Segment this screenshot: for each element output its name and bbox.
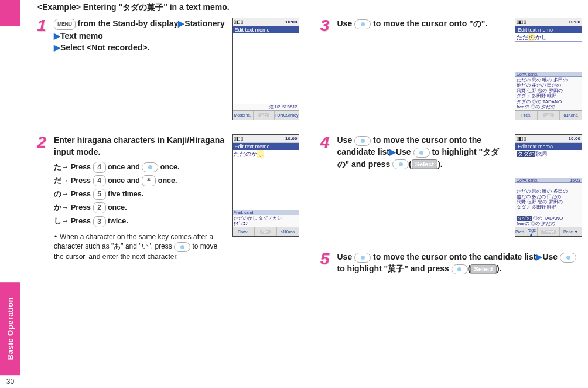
phone4-softkey: Select bbox=[538, 227, 560, 236]
step3-t2: to move the cursor onto "の". bbox=[371, 19, 487, 28]
triangle-icon: ▶ bbox=[389, 147, 396, 156]
step5-t4: to highlight "菓子" and press bbox=[337, 264, 452, 273]
dpad-key-icon bbox=[413, 148, 430, 158]
dpad-key-icon bbox=[354, 19, 371, 29]
phone3-softkey: a1Kana bbox=[560, 111, 582, 120]
step1-line1: from the Stand-by display bbox=[76, 19, 179, 28]
number-key: 4 bbox=[93, 162, 106, 173]
step2-row: だ→ Press 4 once and ＊ once. bbox=[54, 175, 226, 186]
phone3-title: Edit text memo bbox=[515, 26, 582, 33]
row-t2: once. bbox=[106, 203, 127, 212]
phone3-in-hl: の bbox=[528, 33, 535, 41]
left-rail: Basic Operation 30 bbox=[0, 0, 21, 388]
phone2-input-cursor: し bbox=[257, 150, 264, 158]
step2-row: た→ Press 4 once and once. bbox=[54, 162, 226, 173]
example-heading: <Example> Entering "タダの菓子" in a text mem… bbox=[37, 2, 582, 13]
phone-mock-3: ▯◧▯10:00 Edit text memo ただのかし Conv. cand… bbox=[515, 18, 582, 120]
step-number: 4 bbox=[319, 134, 331, 237]
step5-t2: to move the cursor onto the candidate li… bbox=[371, 252, 536, 261]
phone1-softkey: Set bbox=[254, 111, 275, 120]
phone4-conv-count: 15/23 bbox=[570, 178, 580, 182]
number-key: 3 bbox=[93, 216, 106, 227]
dpad-key-icon bbox=[174, 242, 190, 252]
row-t1: Press bbox=[71, 203, 93, 212]
phone2-input: ただのか bbox=[234, 151, 257, 157]
step2-row: し→ Press 3 twice. bbox=[54, 216, 226, 227]
number-key: 4 bbox=[93, 175, 106, 186]
step-number: 5 bbox=[319, 251, 331, 275]
step5-t1: Use bbox=[337, 252, 355, 261]
row-jp: だ→ bbox=[54, 176, 69, 185]
step4-t1: Use bbox=[337, 135, 355, 145]
row-jp: た→ bbox=[54, 163, 69, 171]
phone1-softkey: ModePic. bbox=[233, 111, 254, 120]
phone2-softkey: Set bbox=[255, 227, 277, 236]
phone4-conv-pre: ただの 只の 唯の 多田の 他だの 多だの 田だの 只野 但野 忠の 夛田の タ… bbox=[517, 189, 568, 210]
phone1-softkey: FUNCSmiley bbox=[275, 111, 298, 120]
step-5: 5 Use to move the cursor onto the candid… bbox=[319, 251, 583, 275]
phone3-in-pre: ただ bbox=[517, 34, 528, 40]
phone2-softkey: Conv. bbox=[233, 227, 255, 236]
step5-t3: Use bbox=[542, 252, 560, 261]
dpad-key-icon bbox=[354, 136, 371, 146]
select-softkey: Select bbox=[412, 159, 437, 169]
phone3-conv-title: Conv. cand. bbox=[515, 72, 582, 77]
step4-t6: ). bbox=[437, 159, 443, 169]
step-number: 2 bbox=[35, 134, 48, 262]
row-t1: Press bbox=[71, 217, 93, 225]
triangle-icon: ▶ bbox=[54, 43, 60, 52]
triangle-icon: ▶ bbox=[178, 19, 184, 28]
step-4: 4 Use to move the cursor onto the candid… bbox=[319, 134, 583, 237]
phone1-counter: 512/512 bbox=[282, 105, 297, 109]
phone4-time: 10:00 bbox=[569, 136, 580, 141]
step-number: 3 bbox=[319, 18, 331, 120]
step2-title: Enter hiragana characters in Kanji/Hirag… bbox=[54, 134, 226, 158]
phone3-softkey: Pred. bbox=[515, 111, 538, 120]
phone4-softkey: Pred.Page ▲ bbox=[515, 227, 538, 236]
row-t1: Press bbox=[71, 176, 93, 185]
center-key-icon bbox=[452, 264, 468, 274]
column-divider bbox=[309, 18, 309, 384]
section-tab: Basic Operation bbox=[0, 282, 20, 375]
row-jp: し→ bbox=[54, 217, 69, 225]
phone2-softkey: a1Kana bbox=[277, 227, 299, 236]
row-t2: once and bbox=[106, 163, 142, 171]
rail-pink-block bbox=[0, 0, 20, 26]
menu-key: MENU bbox=[54, 19, 76, 30]
phone4-conv-title: Conv. cand. bbox=[517, 178, 538, 182]
phone3-conv: ただの 只の 唯の 多田の 他だの 多だの 田だの 只野 但野 忠の 夛田の タ… bbox=[515, 77, 582, 110]
step-2: 2 Enter hiragana characters in Kanji/Hir… bbox=[35, 134, 299, 262]
step3-t1: Use bbox=[337, 19, 355, 28]
center-key-icon bbox=[392, 159, 409, 169]
row-t3: once. bbox=[156, 176, 177, 185]
step4-t3: Use bbox=[396, 147, 413, 156]
row-jp: の→ bbox=[54, 190, 69, 198]
phone-mock-4: ▯◧▯10:00 Edit text memo タダの歌詞 Conv. cand… bbox=[515, 134, 582, 237]
row-t1: Press bbox=[71, 163, 93, 171]
row-t2: once and bbox=[106, 176, 142, 185]
phone-mock-1: ▯◧▯10:00 Edit text memo 漢 1/2 512/512 Mo… bbox=[232, 18, 299, 120]
phone1-title: Edit text memo bbox=[233, 26, 299, 33]
triangle-icon: ▶ bbox=[536, 252, 542, 261]
phone3-time: 10:00 bbox=[569, 19, 580, 25]
step2-row: の→ Press 5 five times. bbox=[54, 189, 226, 200]
left-column: 1 MENU from the Stand-by display▶Station… bbox=[35, 18, 299, 384]
step-3: 3 Use to move the cursor onto "の". ▯◧▯10… bbox=[319, 18, 583, 120]
phone1-input-mode: 漢 1/2 bbox=[269, 105, 281, 109]
step2-row: か→ Press 2 once. bbox=[54, 202, 226, 213]
step1-line4: Select <Not recorded>. bbox=[60, 43, 150, 52]
phone4-in-post: 歌詞 bbox=[535, 151, 547, 157]
bullet-icon: • bbox=[54, 232, 57, 242]
row-jp: か→ bbox=[54, 203, 69, 212]
phone4-title: Edit text memo bbox=[515, 143, 582, 150]
phone-mock-2: ▯◧▯10:00 Edit text memo ただのかし Pred. cand… bbox=[232, 134, 299, 237]
phone4-softkey: Page ▼ bbox=[560, 227, 582, 236]
triangle-icon: ▶ bbox=[54, 31, 60, 40]
phone3-softkey: Set bbox=[538, 111, 560, 120]
phone4-conv-hl: タダの bbox=[517, 216, 532, 221]
phone3-in-post: かし bbox=[535, 34, 547, 40]
page-number: 30 bbox=[0, 375, 20, 388]
number-key: 2 bbox=[93, 202, 106, 213]
step1-line3: Text memo bbox=[60, 31, 103, 40]
phone2-pred: ただのかし タダノカシ ﾀﾀﾞﾉｶｼ bbox=[233, 215, 299, 227]
